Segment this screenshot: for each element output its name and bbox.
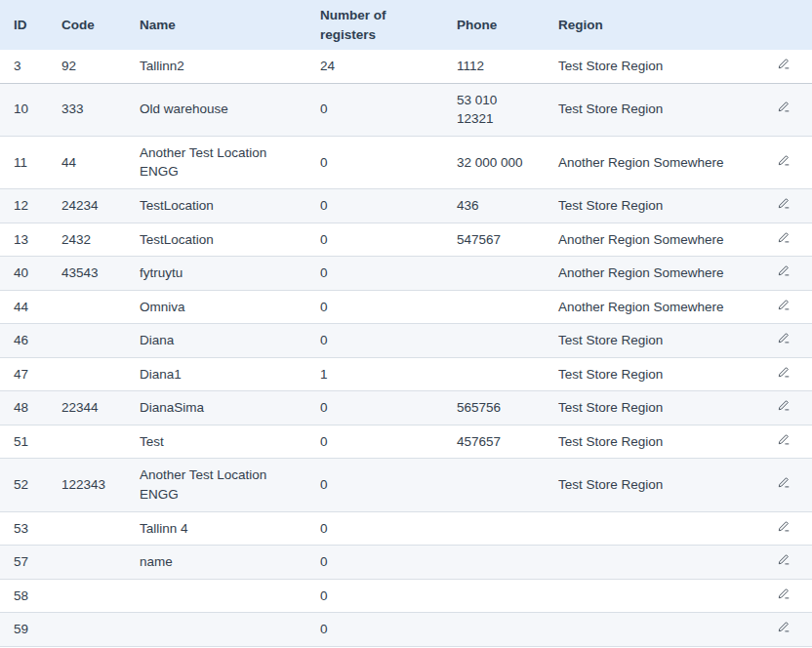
edit-row-button[interactable] — [777, 432, 791, 446]
cell-id: 44 — [0, 290, 48, 324]
cell-registers: 1 — [306, 357, 443, 391]
edit-row-button[interactable] — [777, 230, 791, 244]
locations-page: ID Code Name Number of registers Phone R… — [0, 0, 812, 648]
cell-actions — [748, 357, 812, 391]
cell-name: DianaSima — [126, 391, 306, 425]
cell-registers: 24 — [306, 50, 443, 83]
cell-actions — [748, 50, 812, 83]
cell-region: Test Store Region — [545, 188, 748, 223]
cell-name — [126, 613, 306, 647]
cell-phone — [443, 546, 545, 580]
edit-row-button[interactable] — [777, 365, 791, 379]
cell-id: 53 — [0, 511, 48, 546]
table-row: 46Diana0Test Store Region — [0, 324, 812, 358]
cell-id: 59 — [0, 613, 48, 647]
edit-row-button[interactable] — [777, 398, 791, 412]
edit-row-button[interactable] — [777, 100, 791, 113]
table-header: ID Code Name Number of registers Phone R… — [0, 0, 812, 50]
cell-phone: 547567 — [443, 223, 545, 257]
column-header-registers: Number of registers — [306, 0, 443, 50]
edit-row-button[interactable] — [777, 587, 791, 600]
cell-actions — [748, 546, 812, 580]
edit-row-button[interactable] — [777, 196, 791, 210]
cell-phone — [443, 357, 545, 391]
cell-region — [545, 511, 748, 546]
cell-registers: 0 — [306, 83, 443, 136]
table-row: 10333Old warehouse053 010 12321Test Stor… — [0, 83, 812, 136]
cell-region: Test Store Region — [545, 391, 748, 425]
edit-row-button[interactable] — [777, 298, 791, 311]
cell-actions — [748, 324, 812, 358]
cell-code: 43543 — [48, 257, 126, 291]
cell-phone — [443, 511, 545, 546]
cell-name: Diana — [126, 324, 306, 358]
table-row: 57name0 — [0, 546, 812, 580]
cell-name: fytruytu — [126, 257, 306, 291]
pencil-icon — [777, 367, 791, 382]
edit-row-button[interactable] — [777, 57, 791, 70]
cell-actions — [748, 459, 812, 511]
cell-registers: 0 — [306, 136, 443, 188]
column-header-name: Name — [126, 0, 306, 50]
edit-row-button[interactable] — [777, 263, 791, 277]
pencil-icon — [777, 101, 791, 116]
cell-phone — [443, 324, 545, 358]
edit-row-button[interactable] — [777, 552, 791, 566]
cell-registers: 0 — [306, 391, 443, 425]
edit-row-button[interactable] — [777, 620, 791, 633]
cell-code: 92 — [48, 50, 126, 83]
cell-region: Another Region Somewhere — [545, 136, 748, 188]
edit-row-button[interactable] — [777, 153, 791, 167]
cell-registers: 0 — [306, 613, 443, 647]
cell-registers: 0 — [306, 257, 443, 291]
cell-id: 48 — [0, 391, 48, 425]
table-row: 51Test0457657Test Store Region — [0, 425, 812, 459]
cell-id: 13 — [0, 223, 48, 257]
cell-registers: 0 — [306, 324, 443, 358]
cell-actions — [748, 188, 812, 223]
cell-phone — [443, 579, 545, 613]
cell-phone: 32 000 000 — [443, 136, 545, 188]
cell-registers: 0 — [306, 511, 443, 546]
pencil-icon — [777, 59, 791, 73]
cell-registers: 0 — [306, 290, 443, 324]
pencil-icon — [777, 521, 791, 536]
table-row: 1224234TestLocation0436Test Store Region — [0, 188, 812, 223]
cell-id: 58 — [0, 579, 48, 613]
cell-code — [48, 290, 126, 324]
cell-region: Test Store Region — [545, 83, 748, 136]
cell-code — [48, 511, 126, 546]
cell-code — [48, 324, 126, 358]
cell-region: Test Store Region — [545, 425, 748, 459]
cell-name: Old warehouse — [126, 83, 306, 136]
table-row: 47Diana11Test Store Region — [0, 357, 812, 391]
cell-registers: 0 — [306, 579, 443, 613]
cell-phone: 1112 — [443, 50, 545, 83]
table-body: 392Tallinn2241112Test Store Region10333O… — [0, 50, 812, 648]
cell-region: Test Store Region — [545, 324, 748, 358]
column-header-code: Code — [48, 0, 126, 50]
cell-name: name — [126, 546, 306, 580]
cell-region — [545, 579, 748, 613]
cell-name: TestLocation — [126, 188, 306, 223]
pencil-icon — [777, 622, 791, 636]
pencil-icon — [777, 265, 791, 280]
cell-code: 44 — [48, 136, 126, 188]
cell-actions — [748, 613, 812, 647]
cell-name: Omniva — [126, 290, 306, 324]
cell-name: Diana1 — [126, 357, 306, 391]
edit-row-button[interactable] — [777, 475, 791, 489]
cell-code: 24234 — [48, 188, 126, 223]
cell-phone: 457657 — [443, 425, 545, 459]
cell-registers: 0 — [306, 188, 443, 223]
edit-row-button[interactable] — [777, 519, 791, 533]
cell-id: 40 — [0, 257, 48, 291]
cell-region: Another Region Somewhere — [545, 223, 748, 257]
edit-row-button[interactable] — [777, 331, 791, 344]
cell-region — [545, 613, 748, 647]
cell-id: 12 — [0, 188, 48, 223]
cell-actions — [748, 290, 812, 324]
cell-code — [48, 425, 126, 459]
cell-registers: 0 — [306, 223, 443, 257]
cell-region: Another Region Somewhere — [545, 257, 748, 291]
